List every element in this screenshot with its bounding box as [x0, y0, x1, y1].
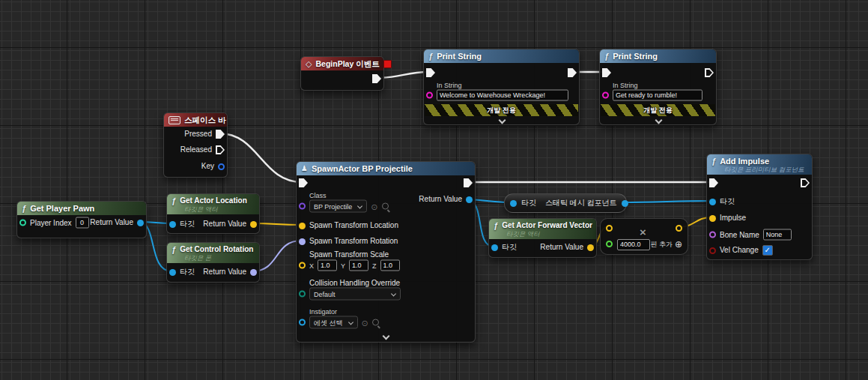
- node-title: Add Impulse: [720, 156, 769, 166]
- bone-name-input[interactable]: [763, 229, 792, 241]
- z-label: Z: [372, 261, 377, 270]
- target-pin[interactable]: [169, 269, 176, 276]
- target-pin[interactable]: [491, 244, 498, 251]
- return-value-pin[interactable]: [250, 221, 257, 228]
- multiply-value-input[interactable]: [617, 239, 650, 250]
- spawn-transform-scale-pin[interactable]: [299, 262, 306, 269]
- instigator-value: 에셋 선택: [314, 318, 343, 327]
- spawn-actor-icon: ♟: [301, 163, 308, 174]
- exec-out-pin[interactable]: [568, 68, 577, 77]
- plus-circle-icon: ⊕: [675, 239, 682, 250]
- node-title: Print String: [613, 51, 658, 61]
- in-string-input[interactable]: [437, 90, 568, 101]
- exec-out-pin[interactable]: [464, 178, 473, 187]
- instigator-label: Instigator: [309, 307, 337, 316]
- add-pin-button[interactable]: 핀 추가 ⊕: [650, 239, 682, 250]
- node-title: Get Actor Forward Vector: [502, 220, 592, 231]
- in-string-input[interactable]: [613, 90, 702, 101]
- browse-icon[interactable]: [372, 319, 379, 326]
- exec-in-pin[interactable]: [602, 68, 611, 77]
- player-index-input[interactable]: [76, 217, 89, 229]
- node-header: ◇ BeginPlay 이벤트: [301, 57, 383, 70]
- vel-change-checkbox[interactable]: ✓: [762, 245, 773, 256]
- chevron-down-icon[interactable]: [498, 118, 506, 123]
- browse-icon[interactable]: [382, 203, 389, 210]
- node-beginplay-event[interactable]: ◇ BeginPlay 이벤트: [300, 56, 384, 91]
- scale-x-input[interactable]: [318, 260, 337, 271]
- chevron-down-icon[interactable]: [382, 334, 389, 339]
- vel-change-pin[interactable]: [709, 247, 716, 254]
- node-get-control-rotation[interactable]: ƒ Get Control Rotation 타깃은 폰 타깃 Return V…: [166, 242, 260, 283]
- node-print-string-1[interactable]: ƒ Print String In String 개발 전용: [423, 49, 580, 125]
- target-pin[interactable]: [169, 221, 176, 228]
- node-spawnactor-bp-projectile[interactable]: ♟ SpawnActor BP Projectile Class BP Proj…: [296, 161, 476, 343]
- banner-label: 개발 전용: [487, 106, 516, 115]
- node-title: Print String: [437, 51, 482, 61]
- node-get-player-pawn[interactable]: ƒ Get Player Pawn Player Index Return Va…: [16, 201, 147, 238]
- exec-out-pin[interactable]: [705, 68, 714, 77]
- collision-handling-dropdown[interactable]: Default: [309, 288, 401, 301]
- collision-handling-override-label: Collision Handling Override: [309, 279, 400, 288]
- in-string-label: In String: [437, 81, 462, 90]
- function-icon: ƒ: [494, 220, 498, 231]
- spawn-transform-location-pin[interactable]: [299, 223, 306, 229]
- keyboard-icon: [169, 116, 180, 124]
- exec-out-pin[interactable]: [372, 74, 381, 83]
- scale-z-input[interactable]: [380, 260, 400, 271]
- node-multiply[interactable]: × 핀 추가 ⊕: [600, 218, 688, 255]
- node-title: BeginPlay 이벤트: [315, 58, 379, 69]
- bone-name-pin[interactable]: [709, 232, 716, 238]
- node-get-actor-forward-vector[interactable]: ƒ Get Actor Forward Vector 타깃은 액터 타깃 Ret…: [488, 218, 597, 258]
- multiply-input-b-pin[interactable]: [606, 241, 613, 247]
- collision-handling-pin[interactable]: [299, 291, 306, 298]
- return-value-pin[interactable]: [137, 220, 144, 226]
- exec-in-pin[interactable]: [299, 178, 308, 187]
- pressed-exec-pin[interactable]: [216, 130, 225, 139]
- class-value: BP Projectile: [314, 202, 352, 211]
- key-label: Key: [201, 162, 214, 171]
- class-label: Class: [309, 191, 327, 200]
- chevron-down-icon: [358, 204, 362, 208]
- exec-in-pin[interactable]: [426, 68, 435, 77]
- released-exec-pin[interactable]: [216, 145, 225, 154]
- node-header: ƒ Add Impulse 타깃은 프리미티브 컴포넌트: [707, 154, 812, 175]
- impulse-pin[interactable]: [709, 215, 716, 222]
- function-icon: ƒ: [604, 51, 609, 61]
- instigator-pin[interactable]: [299, 319, 306, 326]
- player-index-pin[interactable]: [19, 220, 26, 226]
- return-value-pin[interactable]: [587, 244, 594, 251]
- multiply-input-a-pin[interactable]: [606, 225, 613, 232]
- target-pin[interactable]: [510, 200, 517, 207]
- multiply-output-pin[interactable]: [676, 225, 682, 232]
- use-asset-icon[interactable]: ⊙: [371, 202, 377, 210]
- scale-y-input[interactable]: [349, 260, 368, 271]
- node-add-impulse[interactable]: ƒ Add Impulse 타깃은 프리미티브 컴포넌트 타깃 Impulse …: [706, 154, 813, 260]
- node-space-bar-key-event[interactable]: 스페이스 바 Pressed Released Key: [163, 112, 228, 178]
- exec-in-pin[interactable]: [709, 178, 718, 187]
- return-value-pin[interactable]: [250, 269, 257, 276]
- spawn-transform-rotation-pin[interactable]: [299, 238, 306, 245]
- use-asset-icon[interactable]: ⊙: [362, 319, 368, 326]
- instigator-dropdown[interactable]: 에셋 선택: [309, 316, 358, 329]
- class-pin[interactable]: [299, 203, 306, 210]
- node-subtitle: 타깃은 폰: [184, 255, 255, 262]
- node-static-mesh-component-getter[interactable]: 타깃 스태틱 메시 컴포넌트: [504, 193, 627, 213]
- chevron-down-icon[interactable]: [655, 118, 662, 123]
- return-value-pin[interactable]: [466, 196, 473, 203]
- in-string-pin[interactable]: [426, 92, 433, 99]
- class-dropdown[interactable]: BP Projectile: [309, 200, 367, 213]
- key-pin[interactable]: [218, 163, 225, 170]
- function-icon: ƒ: [172, 196, 176, 206]
- exec-out-pin[interactable]: [801, 178, 810, 187]
- in-string-pin[interactable]: [602, 92, 609, 99]
- target-pin[interactable]: [709, 199, 716, 205]
- in-string-label: In String: [613, 81, 638, 90]
- node-title: Get Player Pawn: [30, 203, 94, 214]
- component-out-pin[interactable]: [622, 200, 628, 207]
- node-get-actor-location[interactable]: ƒ Get Actor Location 타깃은 액터 타깃 Return Va…: [166, 193, 260, 234]
- node-header: ƒ Print String: [600, 49, 716, 63]
- node-print-string-2[interactable]: ƒ Print String In String 개발 전용: [599, 49, 717, 125]
- function-icon: ƒ: [711, 156, 716, 166]
- bone-name-label: Bone Name: [720, 230, 759, 239]
- blueprint-canvas[interactable]: ◇ BeginPlay 이벤트 ƒ Print String In String…: [0, 0, 868, 380]
